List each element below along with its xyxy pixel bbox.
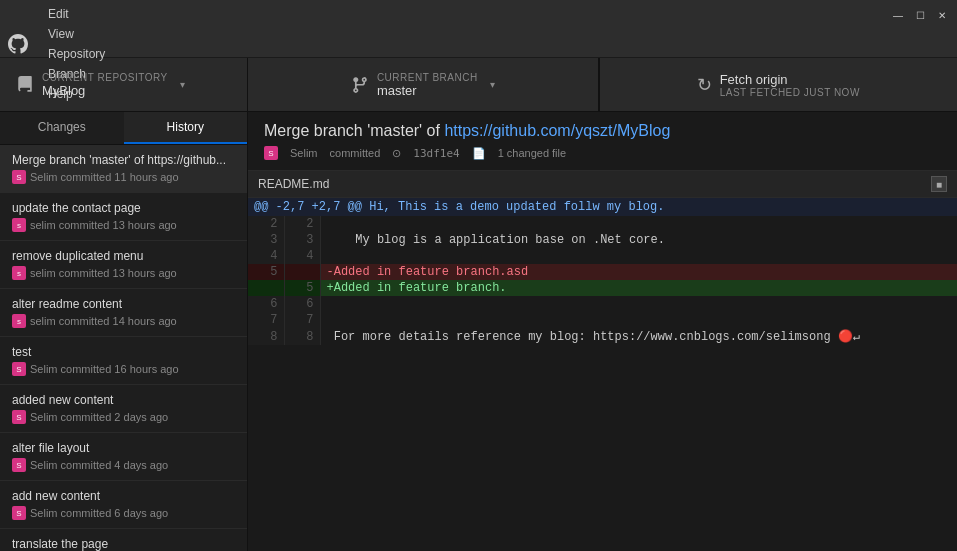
commit-item[interactable]: testSSelim committed 16 hours ago [0, 337, 247, 385]
commit-item-title: Merge branch 'master' of https://github.… [12, 153, 235, 167]
commit-item[interactable]: update the contact pagesselim committed … [0, 193, 247, 241]
branch-name: master [377, 83, 478, 98]
diff-line-content: My blog is a application base on .Net co… [320, 232, 957, 248]
repo-icon [16, 76, 34, 94]
commit-item-avatar: s [12, 218, 26, 232]
commit-title-prefix: Merge branch 'master' of [264, 122, 444, 139]
commit-item-meta: sselim committed 13 hours ago [12, 266, 235, 280]
diff-new-line-num: 5 [284, 280, 320, 296]
file-icon: 📄 [472, 147, 486, 160]
commit-item-time: Selim committed 4 days ago [30, 459, 168, 471]
commit-item-title: update the contact page [12, 201, 235, 215]
diff-table: @@ -2,7 +2,7 @@ Hi, This is a demo updat… [248, 198, 957, 345]
diff-line-content [320, 312, 957, 328]
diff-filename: README.md [258, 177, 329, 191]
maximize-button[interactable]: ☐ [913, 8, 927, 22]
diff-new-line-num: 2 [284, 216, 320, 232]
commit-item-avatar: S [12, 506, 26, 520]
diff-line: 22 [248, 216, 957, 232]
current-branch-section[interactable]: Current branch master ▾ [248, 58, 599, 111]
commit-item[interactable]: add new contentSSelim committed 6 days a… [0, 481, 247, 529]
repo-label: Current repository [42, 72, 168, 83]
commit-item[interactable]: Merge branch 'master' of https://github.… [0, 145, 247, 193]
commit-item[interactable]: remove duplicated menusselim committed 1… [0, 241, 247, 289]
branch-chevron-icon: ▾ [490, 79, 495, 90]
commit-list: Merge branch 'master' of https://github.… [0, 145, 247, 551]
commit-committed-label: committed [330, 147, 381, 159]
diff-old-line-num: 6 [248, 296, 284, 312]
diff-line: 44 [248, 248, 957, 264]
diff-line-content [320, 296, 957, 312]
hash-icon: ⊙ [392, 147, 401, 160]
commit-item-title: alter file layout [12, 441, 235, 455]
branch-text: Current branch master [377, 72, 478, 98]
commit-author-avatar: S [264, 146, 278, 160]
commit-item[interactable]: added new contentSSelim committed 2 days… [0, 385, 247, 433]
diff-new-line-num [284, 264, 320, 280]
commit-item[interactable]: alter readme contentsselim committed 14 … [0, 289, 247, 337]
commit-item-title: alter readme content [12, 297, 235, 311]
repo-text: Current repository MyBlog [42, 72, 168, 98]
commit-item-title: remove duplicated menu [12, 249, 235, 263]
diff-line-content: +Added in feature branch. [320, 280, 957, 296]
commit-detail-title: Merge branch 'master' of https://github.… [264, 122, 941, 140]
commit-item-title: translate the page [12, 537, 235, 551]
sidebar-tabs: Changes History [0, 112, 247, 145]
commit-item-avatar: S [12, 362, 26, 376]
sidebar: Changes History Merge branch 'master' of… [0, 112, 248, 551]
commit-header-meta: S Selim committed ⊙ 13df1e4 📄 1 changed … [264, 146, 941, 160]
repo-name: MyBlog [42, 83, 168, 98]
fetch-text: Fetch origin Last fetched just now [720, 72, 860, 98]
diff-line-content [320, 216, 957, 232]
close-button[interactable]: ✕ [935, 8, 949, 22]
commit-item-meta: SSelim committed 6 days ago [12, 506, 235, 520]
commit-detail-header: Merge branch 'master' of https://github.… [248, 112, 957, 171]
commit-item-time: selim committed 13 hours ago [30, 267, 177, 279]
menu-item-view[interactable]: View [40, 24, 113, 44]
commit-item-avatar: S [12, 410, 26, 424]
menu-item-file[interactable]: File [40, 0, 113, 4]
diff-new-line-num: 6 [284, 296, 320, 312]
main-area: Changes History Merge branch 'master' of… [0, 112, 957, 551]
commit-item-title: test [12, 345, 235, 359]
commit-item-meta: SSelim committed 2 days ago [12, 410, 235, 424]
commit-item-time: Selim committed 11 hours ago [30, 171, 179, 183]
commit-item-avatar: s [12, 314, 26, 328]
minimize-button[interactable]: — [891, 8, 905, 22]
commit-item-meta: SSelim committed 11 hours ago [12, 170, 235, 184]
diff-old-line-num [248, 280, 284, 296]
commit-item-time: Selim committed 6 days ago [30, 507, 168, 519]
diff-new-line-num: 3 [284, 232, 320, 248]
toolbar: Current repository MyBlog ▾ Current bran… [0, 58, 957, 112]
commit-item-title: added new content [12, 393, 235, 407]
github-logo-icon [8, 34, 28, 54]
commit-author-name: Selim [290, 147, 318, 159]
commit-item-meta: SSelim committed 4 days ago [12, 458, 235, 472]
fetch-origin-section[interactable]: ↻ Fetch origin Last fetched just now [599, 58, 958, 111]
current-repo-section[interactable]: Current repository MyBlog ▾ [0, 58, 248, 111]
diff-view: README.md ■ @@ -2,7 +2,7 @@ Hi, This is … [248, 171, 957, 345]
commit-item[interactable]: alter file layoutSSelim committed 4 days… [0, 433, 247, 481]
fetch-sub: Last fetched just now [720, 87, 860, 98]
diff-new-line-num: 7 [284, 312, 320, 328]
titlebar: — ☐ ✕ [0, 0, 957, 30]
diff-line: 66 [248, 296, 957, 312]
files-changed-count: 1 changed file [498, 147, 567, 159]
diff-line: 88 For more details reference my blog: h… [248, 328, 957, 345]
diff-line: 5+Added in feature branch. [248, 280, 957, 296]
commit-item-meta: sselim committed 14 hours ago [12, 314, 235, 328]
commit-item[interactable]: translate the pageSSelim committed May 6… [0, 529, 247, 551]
diff-old-line-num: 2 [248, 216, 284, 232]
tab-history[interactable]: History [124, 112, 248, 144]
titlebar-controls: — ☐ ✕ [891, 8, 949, 22]
content-area: Merge branch 'master' of https://github.… [248, 112, 957, 551]
diff-expand-button[interactable]: ■ [931, 176, 947, 192]
fetch-icon: ↻ [697, 74, 712, 96]
tab-changes[interactable]: Changes [0, 112, 124, 144]
menu-item-edit[interactable]: Edit [40, 4, 113, 24]
commit-title-link[interactable]: https://github.com/yqszt/MyBlog [444, 122, 670, 139]
diff-old-line-num: 8 [248, 328, 284, 345]
diff-line-content: -Added in feature branch.asd [320, 264, 957, 280]
diff-line-content [320, 248, 957, 264]
commit-item-time: Selim committed 16 hours ago [30, 363, 179, 375]
